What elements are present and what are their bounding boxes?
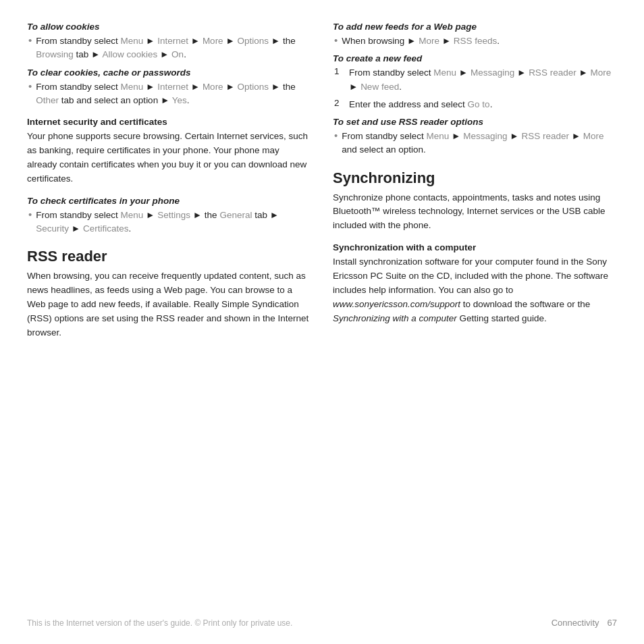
sync-computer-heading: Synchronization with a computer [333, 242, 617, 252]
page-layout: To allow cookies • From standby select M… [27, 22, 617, 343]
sync-guide-italic: Synchronizing with a computer [333, 313, 457, 323]
allow-cookies-bullet: • From standby select Menu ► Internet ► … [28, 34, 311, 62]
create-feed-section: To create a new feed 1 From standby sele… [333, 53, 617, 111]
link-rss-reader: RSS reader [529, 68, 576, 78]
footer-note: This is the Internet version of the user… [27, 618, 292, 628]
link-more2: More [203, 82, 223, 92]
rss-reader-body: When browsing, you can receive frequentl… [27, 269, 311, 340]
link-go-to: Go to [468, 99, 490, 109]
link-more4: More [591, 68, 612, 78]
check-certs-bullet: • From standby select Menu ► Settings ► … [28, 209, 311, 236]
add-feeds-bullet: • When browsing ► More ► RSS feeds. [334, 34, 617, 48]
link-certificates: Certificates [83, 223, 129, 234]
create-feed-item2: 2 Enter the address and select Go to. [334, 98, 617, 111]
footer-label: Connectivity [552, 618, 599, 628]
bullet-icon: • [28, 80, 32, 92]
rss-options-bullet: • From standby select Menu ► Messaging ►… [334, 130, 617, 157]
allow-cookies-title: To allow cookies [27, 22, 311, 32]
num-1: 1 [334, 66, 345, 76]
bullet-icon: • [334, 130, 338, 141]
clear-cookies-text: From standby select Menu ► Internet ► Mo… [36, 80, 311, 108]
check-certs-title: To check certificates in your phone [27, 196, 311, 206]
allow-cookies-text: From standby select Menu ► Internet ► Mo… [36, 34, 311, 62]
link-allow-cookies: Allow cookies [102, 49, 157, 59]
rss-options-title: To set and use RSS reader options [333, 117, 617, 127]
link-on: On [171, 49, 184, 59]
link-menu5: Menu [427, 131, 450, 141]
synchronizing-section: Synchronizing Synchronize phone contacts… [333, 169, 617, 234]
link-other: Other [36, 95, 59, 105]
link-options: Options [238, 36, 269, 46]
rss-options-section: To set and use RSS reader options • From… [333, 117, 617, 157]
check-certs-text: From standby select Menu ► Settings ► th… [36, 209, 311, 236]
link-browsing: Browsing [36, 49, 74, 59]
footer-page: 67 [608, 618, 617, 628]
add-feeds-title: To add new feeds for a Web page [333, 22, 617, 32]
bullet-icon: • [334, 34, 338, 46]
right-column: To add new feeds for a Web page • When b… [333, 22, 617, 343]
add-feeds-text: When browsing ► More ► RSS feeds. [342, 34, 500, 48]
bullet-icon: • [28, 34, 32, 46]
link-internet: Internet [157, 36, 188, 46]
synchronizing-body: Synchronize phone contacts, appointments… [333, 191, 617, 234]
synchronizing-heading: Synchronizing [333, 169, 617, 187]
link-menu4: Menu [433, 68, 456, 78]
clear-cookies-title: To clear cookies, cache or passwords [27, 68, 311, 78]
link-messaging: Messaging [471, 68, 514, 78]
create-feed-item1: 1 From standby select Menu ► Messaging ►… [334, 66, 617, 94]
link-security: Security [36, 223, 69, 234]
link-menu: Menu [121, 36, 144, 46]
clear-cookies-section: To clear cookies, cache or passwords • F… [27, 68, 311, 108]
link-internet2: Internet [157, 82, 188, 92]
link-messaging2: Messaging [463, 131, 507, 141]
link-new-feed: New feed [360, 82, 399, 92]
link-more5: More [583, 131, 604, 141]
link-more: More [203, 36, 223, 46]
link-options2: Options [238, 82, 269, 92]
check-certs-section: To check certificates in your phone • Fr… [27, 196, 311, 236]
link-general: General [219, 210, 252, 220]
internet-security-body: Your phone supports secure browsing. Cer… [27, 130, 311, 186]
sync-link: www.sonyericsson.com/support [333, 299, 460, 309]
rss-reader-section: RSS reader When browsing, you can receiv… [27, 248, 311, 340]
allow-cookies-section: To allow cookies • From standby select M… [27, 22, 311, 62]
rss-options-text: From standby select Menu ► Messaging ► R… [342, 130, 617, 157]
create-feed-step1: From standby select Menu ► Messaging ► R… [349, 66, 617, 94]
link-menu2: Menu [121, 82, 144, 92]
create-feed-step2: Enter the address and select Go to. [349, 98, 492, 111]
left-column: To allow cookies • From standby select M… [27, 22, 311, 343]
add-feeds-section: To add new feeds for a Web page • When b… [333, 22, 617, 48]
clear-cookies-bullet: • From standby select Menu ► Internet ► … [28, 80, 311, 108]
footer: This is the Internet version of the user… [27, 618, 617, 628]
link-rss-reader2: RSS reader [521, 131, 569, 141]
link-menu3: Menu [121, 210, 144, 220]
internet-security-section: Internet security and certificates Your … [27, 117, 311, 186]
internet-security-heading: Internet security and certificates [27, 117, 311, 127]
link-yes: Yes [172, 95, 187, 105]
link-settings: Settings [157, 210, 190, 220]
rss-reader-heading: RSS reader [27, 248, 311, 265]
create-feed-title: To create a new feed [333, 53, 617, 63]
sync-computer-section: Synchronization with a computer Install … [333, 242, 617, 326]
sync-computer-body: Install synchronization software for you… [333, 255, 617, 326]
link-more3: More [419, 36, 439, 46]
bullet-icon: • [28, 209, 32, 220]
link-rss-feeds: RSS feeds [454, 36, 498, 46]
num-2: 2 [334, 98, 345, 108]
create-feed-list: 1 From standby select Menu ► Messaging ►… [334, 66, 617, 111]
